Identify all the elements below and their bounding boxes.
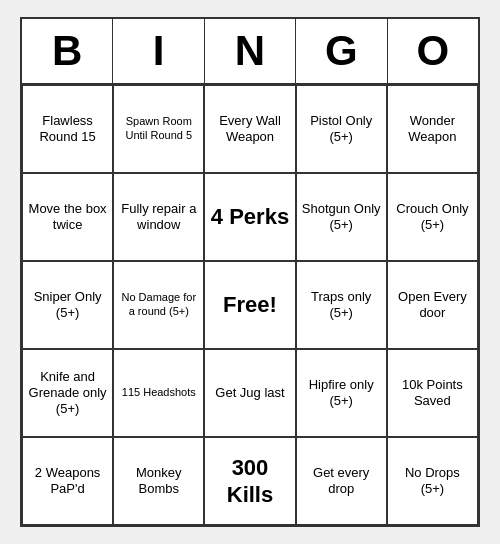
bingo-cell-4: Wonder Weapon	[387, 85, 478, 173]
bingo-header: BINGO	[22, 19, 478, 85]
bingo-cell-20: 2 Weapons PaP'd	[22, 437, 113, 525]
bingo-cell-12: Free!	[204, 261, 295, 349]
bingo-letter-n: N	[205, 19, 296, 83]
bingo-letter-i: I	[113, 19, 204, 83]
bingo-cell-15: Knife and Grenade only (5+)	[22, 349, 113, 437]
bingo-cell-16: 115 Headshots	[113, 349, 204, 437]
bingo-cell-2: Every Wall Weapon	[204, 85, 295, 173]
bingo-cell-23: Get every drop	[296, 437, 387, 525]
bingo-grid: Flawless Round 15Spawn Room Until Round …	[22, 85, 478, 525]
bingo-card: BINGO Flawless Round 15Spawn Room Until …	[20, 17, 480, 527]
bingo-cell-6: Fully repair a window	[113, 173, 204, 261]
bingo-cell-10: Sniper Only (5+)	[22, 261, 113, 349]
bingo-cell-17: Get Jug last	[204, 349, 295, 437]
bingo-letter-g: G	[296, 19, 387, 83]
bingo-cell-21: Monkey Bombs	[113, 437, 204, 525]
bingo-cell-9: Crouch Only (5+)	[387, 173, 478, 261]
bingo-cell-13: Traps only (5+)	[296, 261, 387, 349]
bingo-cell-7: 4 Perks	[204, 173, 295, 261]
bingo-cell-8: Shotgun Only (5+)	[296, 173, 387, 261]
bingo-cell-19: 10k Points Saved	[387, 349, 478, 437]
bingo-cell-11: No Damage for a round (5+)	[113, 261, 204, 349]
bingo-letter-o: O	[388, 19, 478, 83]
bingo-cell-18: Hipfire only (5+)	[296, 349, 387, 437]
bingo-cell-0: Flawless Round 15	[22, 85, 113, 173]
bingo-letter-b: B	[22, 19, 113, 83]
bingo-cell-24: No Drops (5+)	[387, 437, 478, 525]
bingo-cell-22: 300 Kills	[204, 437, 295, 525]
bingo-cell-1: Spawn Room Until Round 5	[113, 85, 204, 173]
bingo-cell-5: Move the box twice	[22, 173, 113, 261]
bingo-cell-3: Pistol Only (5+)	[296, 85, 387, 173]
bingo-cell-14: Open Every door	[387, 261, 478, 349]
